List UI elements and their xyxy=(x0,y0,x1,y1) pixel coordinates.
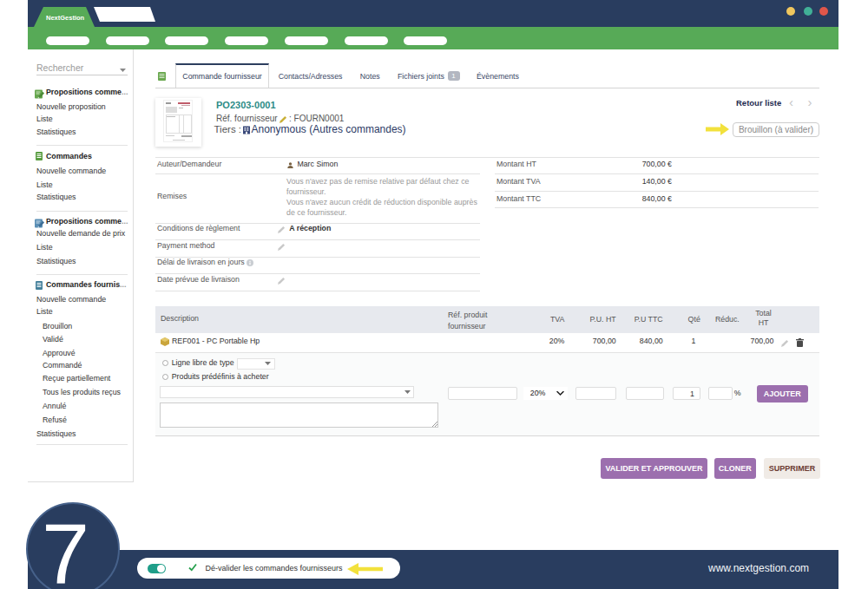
svg-text:NextGestion: NextGestion xyxy=(46,14,85,22)
